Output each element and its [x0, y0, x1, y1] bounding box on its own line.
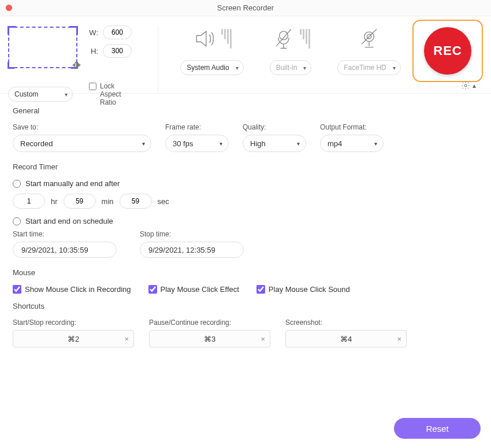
settings-panel: General Save to: Recorded▾ Frame rate: 3… — [0, 94, 491, 347]
shortcut-shot-input[interactable]: ⌘4× — [285, 330, 407, 347]
region-frame-icon[interactable]: ✥ — [8, 27, 77, 68]
audio-control: System Audio▾ — [174, 25, 250, 75]
shortcut-shot-label: Screenshot: — [285, 319, 407, 327]
top-controls: System Audio▾ Built-in▾ FaceTime HD▾ REC… — [158, 25, 483, 75]
chevron-down-icon: ▾ — [220, 140, 222, 147]
show-click-checkbox[interactable]: Show Mouse Click in Recording — [13, 285, 131, 294]
mouse-heading: Mouse — [13, 268, 478, 277]
mic-control: Built-in▾ — [253, 25, 328, 75]
settings-toggle[interactable]: ▴ — [461, 81, 476, 90]
chevron-down-icon: ▾ — [393, 65, 396, 71]
chevron-down-icon: ▾ — [303, 65, 306, 71]
mic-select[interactable]: Built-in▾ — [270, 60, 312, 75]
start-time-label: Start time: — [13, 230, 117, 238]
format-label: Output Format: — [320, 123, 384, 131]
timer-sec-input[interactable] — [120, 194, 152, 209]
play-effect-checkbox[interactable]: Play Mouse Click Effect — [148, 285, 239, 294]
format-select[interactable]: mp4▾ — [320, 135, 384, 152]
save-to-label: Save to: — [13, 123, 151, 131]
stop-time-input[interactable]: 9/29/2021, 12:35:59 — [140, 242, 244, 258]
timer-min-input[interactable] — [64, 194, 96, 209]
move-cursor-icon: ✥ — [72, 59, 81, 72]
shortcut-pause-label: Pause/Continue recording: — [149, 319, 270, 327]
chevron-down-icon: ▾ — [142, 140, 145, 147]
clear-icon[interactable]: × — [261, 335, 265, 343]
lock-aspect-checkbox[interactable]: Lock Aspect Ratio — [89, 82, 135, 106]
camera-off-icon — [356, 26, 382, 51]
shortcut-start-label: Start/Stop recording: — [13, 319, 134, 327]
start-time-input[interactable]: 9/29/2021, 10:35:59 — [13, 242, 117, 258]
svg-line-1 — [276, 29, 291, 46]
save-to-select[interactable]: Recorded▾ — [13, 135, 151, 152]
hr-unit: hr — [51, 197, 58, 206]
timer-schedule-radio[interactable]: Start and end on schedule — [13, 217, 478, 225]
region-mode-select[interactable]: Custom▾ — [8, 87, 73, 102]
record-button-box: REC — [412, 20, 483, 82]
frame-rate-select[interactable]: 30 fps▾ — [165, 135, 229, 152]
timer-hr-input[interactable] — [13, 194, 45, 209]
speaker-icon — [192, 26, 218, 51]
camera-select[interactable]: FaceTime HD▾ — [337, 60, 401, 75]
window-title: Screen Recorder — [0, 3, 491, 12]
sec-unit: sec — [158, 197, 169, 206]
quality-select[interactable]: High▾ — [243, 135, 306, 152]
clear-icon[interactable]: × — [124, 335, 129, 343]
record-button[interactable]: REC — [424, 27, 471, 75]
camera-control: FaceTime HD▾ — [332, 25, 407, 75]
quality-label: Quality: — [243, 123, 306, 131]
height-label: H: — [87, 47, 98, 55]
toolbar: ✥ W: H: System Audio▾ Bui — [0, 16, 491, 94]
chevron-up-icon: ▴ — [473, 82, 476, 90]
timer-heading: Record Timer — [13, 162, 478, 171]
svg-point-5 — [464, 84, 467, 87]
shortcuts-heading: Shortcuts — [13, 302, 478, 310]
chevron-down-icon: ▾ — [297, 140, 300, 147]
titlebar: Screen Recorder — [0, 0, 491, 16]
timer-manual-radio[interactable]: Start manually and end after — [13, 179, 478, 188]
stop-time-label: Stop time: — [140, 230, 244, 238]
chevron-down-icon: ▾ — [65, 91, 68, 98]
frame-rate-label: Frame rate: — [165, 123, 229, 131]
min-unit: min — [102, 197, 114, 206]
height-input[interactable] — [103, 44, 132, 58]
width-label: W: — [87, 28, 98, 37]
svg-point-0 — [280, 31, 288, 40]
play-sound-checkbox[interactable]: Play Mouse Click Sound — [256, 285, 350, 294]
clear-icon[interactable]: × — [397, 335, 401, 343]
chevron-down-icon: ▾ — [374, 140, 377, 147]
general-heading: General — [13, 106, 478, 115]
chevron-down-icon: ▾ — [236, 65, 239, 71]
audio-select[interactable]: System Audio▾ — [180, 60, 243, 75]
mic-off-icon — [271, 26, 296, 51]
width-input[interactable] — [103, 25, 132, 39]
shortcut-pause-input[interactable]: ⌘3× — [149, 330, 270, 347]
reset-button[interactable]: Reset — [394, 418, 481, 439]
gear-icon — [461, 81, 470, 90]
shortcut-start-input[interactable]: ⌘2× — [13, 330, 134, 347]
